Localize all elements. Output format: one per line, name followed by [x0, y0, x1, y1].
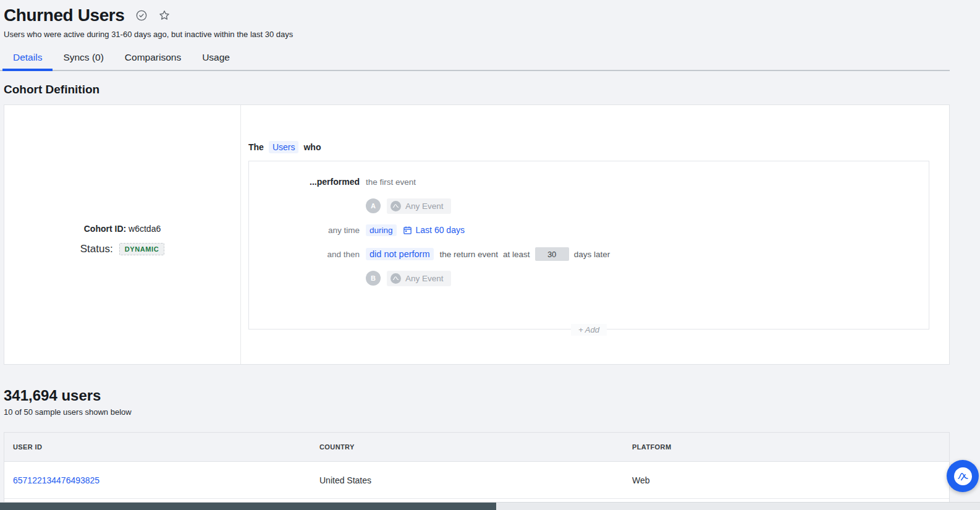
user-count-heading: 341,694 users — [4, 387, 950, 404]
cohort-builder-panel: The Users who ...performed the first eve… — [241, 105, 949, 364]
verified-check-icon[interactable] — [135, 9, 148, 22]
amplitude-logo-icon — [954, 467, 972, 485]
add-clause-button[interactable]: + Add — [571, 324, 607, 336]
any-event-icon — [391, 201, 401, 211]
page-title: Churned Users — [4, 6, 125, 25]
date-range-label: Last 60 days — [416, 225, 465, 235]
horizontal-scrollbar-thumb[interactable] — [0, 503, 496, 510]
event-b-label: Any Event — [405, 274, 444, 283]
main-content: Churned Users Users who were active duri… — [0, 0, 950, 508]
timeframe-row: any time during Last 60 days — [249, 221, 929, 239]
sample-users-note: 10 of 50 sample users shown below — [4, 407, 950, 417]
user-id-link[interactable]: 657122134476493825 — [4, 475, 315, 485]
definition-clause-box: ...performed the first event A Any Event — [248, 161, 929, 329]
page-subtitle: Users who were active during 31-60 days … — [4, 30, 950, 39]
tab-details[interactable]: Details — [2, 47, 53, 71]
calendar-icon — [403, 226, 412, 235]
at-least-text: at least — [503, 250, 530, 259]
event-a-selector[interactable]: Any Event — [387, 198, 451, 214]
tab-usage[interactable]: Usage — [192, 47, 240, 71]
subject-selector[interactable]: Users — [269, 141, 299, 153]
days-later-text: days later — [574, 250, 610, 259]
platform-cell: Web — [627, 475, 949, 485]
tabs-bar: Details Syncs (0) Comparisons Usage — [0, 47, 950, 71]
definition-sentence: The Users who — [248, 141, 939, 153]
sentence-prefix: The — [248, 142, 264, 152]
anytime-label: any time — [249, 226, 360, 235]
first-event-hint: the first event — [366, 177, 416, 187]
did-not-perform-selector[interactable]: did not perform — [366, 248, 434, 260]
table-row: 657122134476493825 United States Web — [4, 462, 949, 499]
tab-syncs[interactable]: Syncs (0) — [53, 47, 114, 71]
event-a-row: A Any Event — [249, 197, 929, 215]
performed-row: ...performed the first event — [249, 173, 929, 190]
column-header-platform: PLATFORM — [627, 443, 949, 451]
event-a-label: Any Event — [405, 202, 444, 211]
then-row: and then did not perform the return even… — [249, 245, 929, 263]
column-header-user-id: USER ID — [4, 443, 315, 451]
return-event-text: the return event — [440, 250, 499, 259]
performed-label: ...performed — [249, 177, 360, 187]
during-selector[interactable]: during — [366, 224, 397, 236]
andthen-label: and then — [249, 250, 360, 259]
days-input[interactable] — [535, 247, 569, 261]
status-label: Status: — [80, 243, 113, 255]
assistant-button[interactable] — [947, 460, 979, 492]
cohort-status: Status: DYNAMIC — [80, 243, 164, 255]
cohort-id: Cohort ID: w6ctda6 — [84, 224, 161, 234]
event-b-row: B Any Event — [249, 270, 929, 287]
date-range-selector[interactable]: Last 60 days — [403, 225, 465, 235]
horizontal-scrollbar-track[interactable] — [0, 502, 980, 510]
cohort-definition-card: Cohort ID: w6ctda6 Status: DYNAMIC The U… — [4, 104, 950, 365]
favorite-star-icon[interactable] — [158, 9, 171, 22]
sample-users-table: USER ID COUNTRY PLATFORM 657122134476493… — [4, 432, 950, 508]
sentence-suffix: who — [303, 142, 321, 152]
table-header-row: USER ID COUNTRY PLATFORM — [4, 433, 949, 462]
page-header: Churned Users Users who were active duri… — [0, 0, 950, 39]
tab-comparisons[interactable]: Comparisons — [114, 47, 192, 71]
cohort-id-label: Cohort ID: — [84, 224, 126, 234]
country-cell: United States — [315, 475, 627, 485]
status-badge: DYNAMIC — [119, 243, 165, 255]
cohort-id-value: w6ctda6 — [129, 224, 161, 234]
column-header-country: COUNTRY — [315, 443, 627, 451]
any-event-icon — [391, 273, 401, 284]
clause-b-badge: B — [366, 271, 381, 286]
cohort-meta-panel: Cohort ID: w6ctda6 Status: DYNAMIC — [4, 105, 241, 364]
event-b-selector[interactable]: Any Event — [387, 271, 451, 286]
cohort-definition-heading: Cohort Definition — [4, 83, 950, 96]
clause-a-badge: A — [366, 198, 381, 213]
